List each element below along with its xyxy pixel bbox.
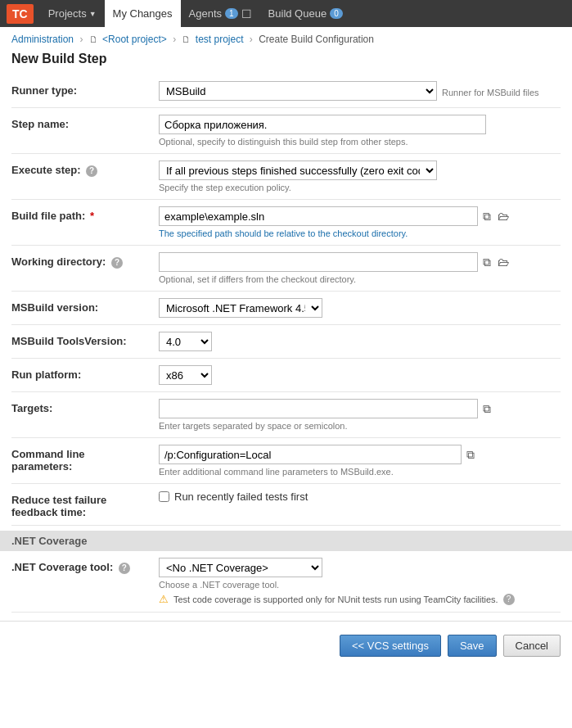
step-name-label: Step name: (11, 115, 159, 130)
build-file-path-row: Build file path: * ⧉ 🗁 The specified pat… (11, 200, 561, 246)
build-file-path-input[interactable] (159, 206, 478, 226)
vcs-settings-button[interactable]: << VCS settings (340, 635, 441, 657)
working-directory-row: Working directory: ? ⧉ 🗁 Optional, set i… (11, 246, 561, 292)
dotnet-coverage-warning-text: Test code coverage is supported only for… (173, 595, 498, 604)
targets-row: Targets: ⧉ Enter targets separated by sp… (11, 392, 561, 438)
top-navigation: TC Projects ▼ My Changes Agents 1 ☐ Buil… (0, 0, 572, 27)
msbuild-version-row: MSBuild version: Microsoft .NET Framewor… (11, 292, 561, 325)
execute-step-label: Execute step: ? (11, 161, 159, 177)
msbuild-toolsversion-field: 4.0 (159, 332, 561, 351)
working-directory-hint: Optional, set if differs from the checko… (159, 274, 561, 284)
run-platform-select[interactable]: x86 (159, 365, 212, 385)
command-line-hint: Enter additional command line parameters… (159, 467, 561, 477)
execute-step-row: Execute step: ? If all previous steps fi… (11, 154, 561, 200)
working-directory-copy-icon[interactable]: ⧉ (481, 254, 493, 271)
logo: TC (7, 4, 34, 24)
execute-step-hint: Specify the step execution policy. (159, 183, 561, 192)
runner-type-row: Runner type: MSBuild Runner for MSBuild … (11, 75, 561, 108)
breadcrumb-administration[interactable]: Administration (11, 34, 74, 45)
buttons-bar: << VCS settings Save Cancel (0, 621, 572, 670)
nav-agents[interactable]: Agents 1 ☐ (181, 0, 260, 27)
agents-monitor-icon: ☐ (241, 7, 252, 20)
targets-copy-icon[interactable]: ⧉ (481, 400, 493, 418)
dotnet-coverage-tool-select[interactable]: <No .NET Coverage> (159, 558, 322, 577)
working-directory-browse-icon[interactable]: 🗁 (496, 254, 511, 270)
warning-icon: ⚠ (159, 593, 169, 605)
reduce-test-row: Reduce test failure feedback time: Run r… (11, 484, 561, 526)
run-platform-field: x86 (159, 365, 561, 385)
dotnet-coverage-form: .NET Coverage tool: ? <No .NET Coverage>… (0, 551, 572, 613)
execute-step-help-icon[interactable]: ? (86, 165, 97, 177)
nav-build-queue[interactable]: Build Queue 0 (260, 0, 351, 27)
build-file-path-copy-icon[interactable]: ⧉ (481, 208, 493, 225)
runner-type-select[interactable]: MSBuild (159, 81, 437, 101)
form-container: Runner type: MSBuild Runner for MSBuild … (0, 75, 572, 526)
nav-projects[interactable]: Projects ▼ (40, 0, 105, 27)
working-directory-input[interactable] (159, 252, 478, 272)
command-line-input-group: ⧉ (159, 445, 561, 464)
build-file-path-browse-icon[interactable]: 🗁 (496, 208, 511, 224)
msbuild-toolsversion-row: MSBuild ToolsVersion: 4.0 (11, 325, 561, 359)
save-button[interactable]: Save (448, 635, 497, 657)
nav-my-changes[interactable]: My Changes (105, 0, 181, 27)
runner-type-field: MSBuild Runner for MSBuild files (159, 81, 561, 101)
required-indicator: * (90, 210, 94, 222)
working-directory-input-group: ⧉ 🗁 (159, 252, 561, 272)
working-directory-help-icon[interactable]: ? (111, 257, 123, 269)
dotnet-coverage-hint: Choose a .NET coverage tool. (159, 580, 561, 590)
step-name-row: Step name: Optional, specify to distingu… (11, 108, 561, 154)
targets-hint: Enter targets separated by space or semi… (159, 421, 561, 431)
msbuild-version-select[interactable]: Microsoft .NET Framework 4.5 (159, 298, 322, 318)
dotnet-coverage-section: .NET Coverage (0, 531, 572, 551)
command-line-input[interactable] (159, 445, 462, 464)
agents-badge: 1 (225, 8, 238, 19)
projects-dropdown-arrow: ▼ (89, 10, 97, 18)
targets-field: ⧉ Enter targets separated by space or se… (159, 399, 561, 431)
run-recently-failed-label: Run recently failed tests first (174, 491, 308, 503)
msbuild-version-label: MSBuild version: (11, 298, 159, 314)
build-file-path-field: ⧉ 🗁 The specified path should be relativ… (159, 206, 561, 238)
targets-label: Targets: (11, 399, 159, 414)
build-queue-badge: 0 (330, 8, 343, 19)
dotnet-coverage-help-icon[interactable]: ? (119, 563, 130, 574)
msbuild-version-field: Microsoft .NET Framework 4.5 (159, 298, 561, 318)
run-platform-label: Run platform: (11, 365, 159, 381)
runner-type-hint: Runner for MSBuild files (442, 88, 539, 97)
dotnet-coverage-warning-help[interactable]: ? (503, 594, 515, 605)
runner-type-label: Runner type: (11, 81, 159, 97)
working-directory-field: ⧉ 🗁 Optional, set if differs from the ch… (159, 252, 561, 284)
reduce-test-field: Run recently failed tests first (159, 491, 561, 503)
breadcrumb-current: Create Build Configuration (259, 34, 374, 45)
command-line-copy-icon[interactable]: ⧉ (465, 446, 476, 463)
execute-step-field: If all previous steps finished successfu… (159, 161, 561, 192)
test-project-icon: 🗋 (182, 34, 191, 44)
build-file-path-hint: The specified path should be relative to… (159, 228, 561, 238)
msbuild-toolsversion-label: MSBuild ToolsVersion: (11, 332, 159, 347)
targets-input[interactable] (159, 399, 478, 418)
command-line-row: Command line parameters: ⧉ Enter additio… (11, 438, 561, 484)
dotnet-coverage-tool-label: .NET Coverage tool: ? (11, 558, 159, 574)
reduce-test-label: Reduce test failure feedback time: (11, 491, 159, 518)
page-title: New Build Step (0, 48, 572, 75)
command-line-field: ⧉ Enter additional command line paramete… (159, 445, 561, 477)
build-file-path-label: Build file path: * (11, 206, 159, 222)
dotnet-coverage-tool-field: <No .NET Coverage> Choose a .NET coverag… (159, 558, 561, 605)
run-recently-failed-group: Run recently failed tests first (159, 491, 561, 503)
working-directory-label: Working directory: ? (11, 252, 159, 269)
run-platform-row: Run platform: x86 (11, 359, 561, 392)
run-recently-failed-checkbox[interactable] (159, 491, 169, 502)
breadcrumb-test-project[interactable]: test project (196, 34, 244, 45)
dotnet-coverage-warning-row: ⚠ Test code coverage is supported only f… (159, 593, 561, 605)
build-file-path-input-group: ⧉ 🗁 (159, 206, 561, 226)
breadcrumb: Administration › 🗋 <Root project> › 🗋 te… (0, 27, 572, 48)
root-project-icon: 🗋 (89, 34, 98, 44)
step-name-hint: Optional, specify to distinguish this bu… (159, 137, 561, 147)
command-line-label: Command line parameters: (11, 445, 159, 473)
cancel-button[interactable]: Cancel (503, 635, 561, 657)
step-name-input[interactable] (159, 115, 486, 134)
dotnet-coverage-tool-row: .NET Coverage tool: ? <No .NET Coverage>… (11, 551, 561, 613)
breadcrumb-root-project[interactable]: <Root project> (102, 34, 167, 45)
execute-step-select[interactable]: If all previous steps finished successfu… (159, 161, 437, 180)
msbuild-toolsversion-select[interactable]: 4.0 (159, 332, 212, 351)
step-name-field: Optional, specify to distinguish this bu… (159, 115, 561, 147)
